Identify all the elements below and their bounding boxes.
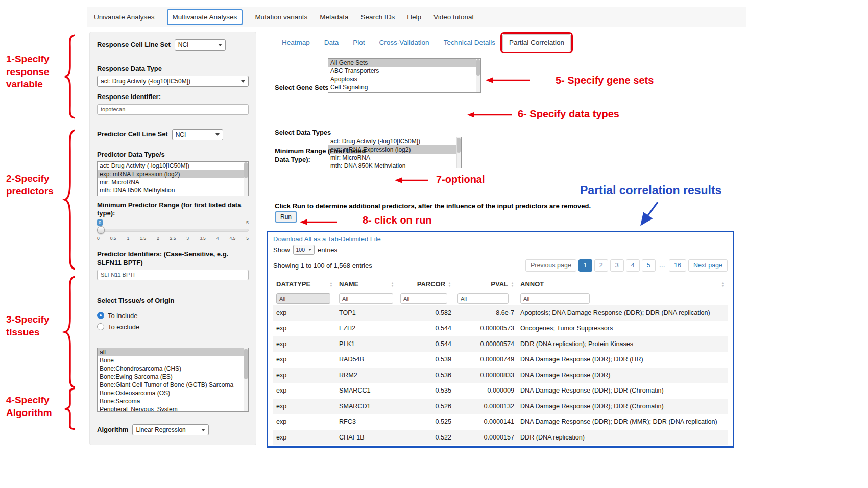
filter-name-input[interactable]	[339, 293, 393, 304]
scrollbar[interactable]	[476, 59, 480, 92]
list-item[interactable]: act: Drug Activity (-log10[IC50M])	[98, 162, 248, 170]
annotation-step3: 3-Specify tissues	[6, 313, 57, 338]
slider-track[interactable]	[97, 229, 249, 232]
annotation-step2: 2-Specify predictors	[6, 173, 57, 198]
scrollbar-thumb[interactable]	[244, 162, 248, 179]
list-item[interactable]: Bone:Osteosarcoma (OS)	[98, 389, 248, 397]
tissue-exclude-option[interactable]: To exclude	[97, 321, 249, 332]
table-row[interactable]: exp CHAF1B 0.522 0.0000157 DDR (DNA repl…	[273, 430, 728, 445]
column-header-parcor[interactable]: PARCOR ▲▼	[397, 277, 454, 291]
list-item[interactable]: Peripheral_Nervous_System	[98, 405, 248, 412]
filter-datatype-input[interactable]	[276, 293, 330, 304]
list-item[interactable]: mth: DNA 850K Methylation	[98, 186, 248, 194]
list-item[interactable]: Bone:Ewing Sarcoma (ES)	[98, 373, 248, 381]
next-page-button[interactable]: Next page	[688, 259, 728, 272]
column-header-pval[interactable]: PVAL ▲▼	[454, 277, 517, 291]
page-2-button[interactable]: 2	[594, 259, 608, 272]
pagination: Previous page 1 2 3 4 5 … 16 Next page	[525, 259, 728, 272]
response-data-type-select[interactable]: act: Drug Activity (-log10[IC50M])	[97, 76, 249, 87]
response-cell-line-set-select[interactable]: NCI	[175, 39, 226, 51]
tick-label: 4.5	[229, 236, 235, 241]
scrollbar-thumb[interactable]	[476, 59, 480, 76]
cell-annot: DDR (DNA replication); Protein Kinases	[517, 336, 728, 352]
nav-univariate-analyses[interactable]: Univariate Analyses	[94, 13, 155, 21]
table-row[interactable]: exp SMARCC1 0.535 0.000009 DNA Damage Re…	[273, 383, 728, 398]
table-row[interactable]: exp RRM2 0.536 0.00000833 DNA Damage Res…	[273, 368, 728, 383]
sort-icon: ▲▼	[511, 282, 514, 287]
previous-page-button[interactable]: Previous page	[525, 259, 576, 272]
scrollbar[interactable]	[244, 348, 248, 411]
run-button[interactable]: Run	[275, 211, 297, 223]
predictor-data-types-listbox: act: Drug Activity (-log10[IC50M]) exp: …	[97, 161, 249, 196]
table-row[interactable]: exp SMARCD1 0.526 0.0000132 DNA Damage R…	[273, 399, 728, 414]
partial-correlation-results-panel: Download All as a Tab-Delimited File Sho…	[267, 231, 734, 448]
list-item[interactable]: Bone:Chondrosarcoma (CHS)	[98, 364, 248, 373]
filter-parcor-input[interactable]	[400, 293, 447, 304]
nav-metadata[interactable]: Metadata	[320, 13, 348, 21]
table-row[interactable]: exp PLK1 0.544 0.00000574 DDR (DNA repli…	[273, 336, 728, 352]
annotation-step8: 8- click on run	[363, 213, 432, 227]
gene-sets-label: Select Gene Sets	[275, 84, 329, 92]
column-header-annot[interactable]: ANNOT ▲▼	[517, 277, 728, 291]
table-row[interactable]: exp TOP1 0.582 8.6e-7 Apoptosis; DNA Dam…	[273, 305, 728, 321]
scrollbar-thumb[interactable]	[244, 349, 248, 379]
list-item[interactable]: Bone:Sarcoma	[98, 397, 248, 405]
page-16-button[interactable]: 16	[669, 259, 686, 272]
tab-data[interactable]: Data	[317, 34, 346, 51]
min-range-label-line2: Data Type):	[275, 156, 310, 163]
annotation-step6: 6- Specify data types	[518, 107, 619, 120]
scrollbar[interactable]	[244, 162, 248, 196]
nav-search-ids[interactable]: Search IDs	[360, 13, 395, 21]
predictor-cell-line-set-label: Predictor Cell Line Set	[97, 130, 168, 138]
nav-video-tutorial[interactable]: Video tutorial	[433, 13, 474, 21]
list-item[interactable]: Cell Signaling	[328, 83, 480, 91]
nav-multivariate-analyses[interactable]: Multivariate Analyses	[167, 9, 243, 25]
nav-help[interactable]: Help	[407, 13, 421, 21]
response-identifier-input[interactable]	[97, 104, 249, 115]
tissue-include-option[interactable]: To include	[97, 310, 249, 321]
min-predictor-range-slider[interactable]: 0 5 0 0.5 1 1.5 2 2.5 3 3.5 4 4.5 5	[97, 219, 249, 242]
tick-label: 3.5	[200, 236, 206, 241]
list-item[interactable]: all	[98, 348, 248, 356]
list-item[interactable]: Bone	[98, 356, 248, 364]
table-row[interactable]: exp RFC3 0.525 0.0000141 DNA Damage Resp…	[273, 414, 728, 429]
column-header-datatype[interactable]: DATATYPE ▲▼	[273, 277, 336, 291]
tab-partial-correlation[interactable]: Partial Correlation	[502, 34, 571, 51]
list-item[interactable]: Bone:Giant Cell Tumor of Bone (GCTB) Sar…	[98, 381, 248, 389]
scrollbar-thumb[interactable]	[457, 138, 461, 153]
entries-count-select[interactable]: 100	[293, 245, 315, 255]
cell-name: EZH2	[336, 321, 397, 336]
list-item[interactable]: exp: mRNA Expression (log2)	[98, 170, 248, 178]
cell-datatype: exp	[273, 368, 336, 383]
tab-technical-details[interactable]: Technical Details	[437, 34, 502, 51]
list-item[interactable]: ABC Transporters	[328, 67, 480, 75]
cell-parcor: 0.544	[397, 336, 454, 352]
filter-annot-input[interactable]	[520, 293, 590, 304]
predictor-cell-line-set-row: Predictor Cell Line Set NCI	[97, 129, 249, 140]
algorithm-select[interactable]: Linear Regression	[132, 424, 209, 435]
list-item[interactable]: All Gene Sets	[328, 59, 480, 67]
filter-pval-input[interactable]	[457, 293, 509, 304]
scrollbar[interactable]	[456, 137, 461, 168]
response-data-type-value: act: Drug Activity (-log10[IC50M])	[101, 78, 190, 85]
slider-handle[interactable]	[97, 226, 105, 234]
list-item[interactable]: Apoptosis	[328, 75, 480, 83]
nav-mutation-variants[interactable]: Mutation variants	[255, 13, 307, 21]
predictor-identifiers-input[interactable]	[97, 270, 249, 280]
tab-plot[interactable]: Plot	[346, 34, 372, 51]
table-row[interactable]: exp RAD54B 0.539 0.00000749 DNA Damage R…	[273, 352, 728, 367]
page-1-button[interactable]: 1	[578, 259, 592, 272]
table-row[interactable]: exp EZH2 0.544 0.00000573 Oncogenes; Tum…	[273, 321, 728, 336]
cell-datatype: exp	[273, 305, 336, 321]
download-link[interactable]: Download All as a Tab-Delimited File	[273, 235, 381, 243]
predictor-cell-line-set-select[interactable]: NCI	[172, 129, 223, 140]
tab-cross-validation[interactable]: Cross-Validation	[372, 34, 437, 51]
page-4-button[interactable]: 4	[626, 259, 640, 272]
column-header-name[interactable]: NAME ▲▼	[336, 277, 397, 291]
column-header-label: NAME	[339, 280, 358, 288]
list-item[interactable]: mir: MicroRNA	[98, 178, 248, 186]
list-item[interactable]: act: Drug Activity (-log10[IC50M])	[328, 137, 461, 145]
tab-heatmap[interactable]: Heatmap	[275, 34, 317, 51]
page-3-button[interactable]: 3	[610, 259, 624, 272]
page-5-button[interactable]: 5	[642, 259, 656, 272]
